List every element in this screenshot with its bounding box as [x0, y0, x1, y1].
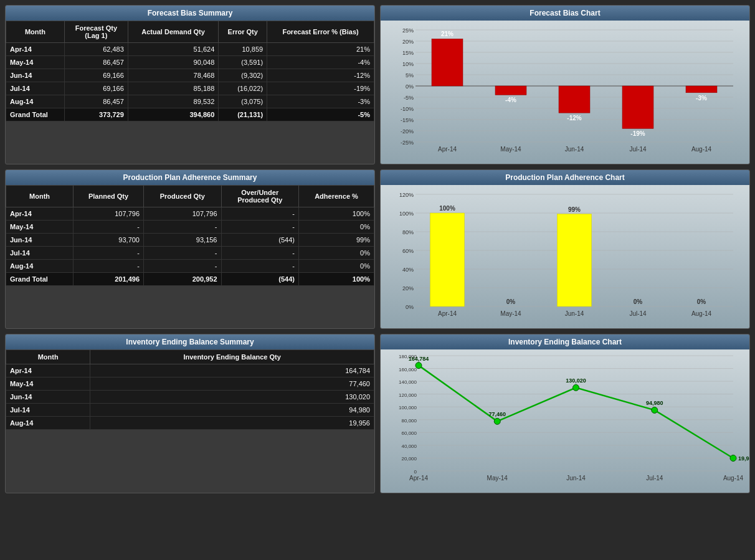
svg-rect-54: [430, 213, 465, 306]
table-cell: Apr-14: [6, 207, 74, 221]
table-cell: 100%: [299, 207, 374, 221]
forecast-table: Month Forecast Qty(Lag 1) Actual Demand …: [6, 21, 374, 121]
svg-point-89: [494, 418, 500, 424]
forecast-col-error: Error Qty: [219, 21, 267, 43]
svg-text:-20%: -20%: [401, 128, 414, 135]
table-cell: Jun-14: [6, 391, 90, 404]
svg-text:15%: 15%: [402, 50, 414, 56]
svg-text:120,000: 120,000: [399, 392, 417, 398]
svg-text:130,020: 130,020: [566, 377, 586, 384]
production-chart-panel: Production Plan Adherence Chart 0%20%40%…: [380, 169, 750, 329]
svg-text:Jun-14: Jun-14: [565, 146, 584, 153]
table-cell: -: [221, 221, 299, 234]
svg-text:100%: 100%: [399, 211, 414, 217]
table-cell: 130,020: [90, 391, 374, 404]
table-cell: Jun-14: [6, 234, 74, 247]
table-cell: 107,796: [144, 207, 222, 221]
svg-text:80%: 80%: [402, 229, 414, 235]
svg-text:40,000: 40,000: [402, 444, 417, 449]
svg-text:19,956: 19,956: [738, 455, 749, 462]
svg-text:Apr-14: Apr-14: [409, 475, 428, 482]
svg-text:21%: 21%: [441, 31, 453, 37]
svg-text:-4%: -4%: [505, 97, 516, 103]
svg-text:60%: 60%: [402, 248, 414, 254]
svg-text:Aug-14: Aug-14: [723, 475, 744, 482]
table-cell: (3,075): [219, 95, 267, 108]
table-cell: 0%: [299, 247, 374, 260]
grand-total-cell: (21,131): [219, 108, 267, 121]
svg-text:-25%: -25%: [401, 140, 414, 146]
table-cell: 62,483: [64, 43, 128, 56]
svg-text:80,000: 80,000: [402, 418, 417, 424]
table-cell: -3%: [267, 95, 374, 108]
table-cell: Jun-14: [6, 69, 65, 82]
grand-total-cell: 201,496: [74, 273, 144, 286]
inventory-chart-panel: Inventory Ending Balance Chart 020,00040…: [380, 334, 750, 493]
svg-text:10%: 10%: [402, 61, 414, 67]
svg-text:20%: 20%: [402, 285, 414, 292]
table-cell: 51,624: [128, 43, 218, 56]
svg-rect-28: [559, 86, 590, 113]
table-cell: -4%: [267, 56, 374, 69]
production-chart-title: Production Plan Adherence Chart: [381, 170, 749, 185]
svg-text:Aug-14: Aug-14: [691, 310, 712, 317]
forecast-col-qty: Forecast Qty(Lag 1): [64, 21, 128, 43]
svg-text:Apr-14: Apr-14: [438, 146, 457, 153]
svg-text:0%: 0%: [506, 298, 516, 305]
table-cell: May-14: [6, 377, 90, 391]
table-cell: -: [221, 247, 299, 260]
grand-total-cell: Grand Total: [6, 273, 74, 286]
svg-text:-15%: -15%: [401, 117, 414, 123]
svg-text:0%: 0%: [406, 83, 414, 90]
svg-point-87: [415, 363, 422, 369]
svg-text:-10%: -10%: [401, 106, 414, 112]
svg-rect-66: [384, 349, 746, 493]
svg-text:0%: 0%: [406, 304, 414, 310]
table-cell: 164,784: [90, 364, 374, 377]
svg-text:-19%: -19%: [630, 130, 645, 137]
table-cell: -: [221, 207, 299, 221]
prod-col-month: Month: [6, 186, 74, 207]
prod-col-overunder: Over/UnderProduced Qty: [221, 186, 299, 207]
table-cell: 19,956: [90, 417, 374, 430]
table-cell: (9,302): [219, 69, 267, 82]
grand-total-cell: Grand Total: [6, 108, 65, 121]
svg-text:May-14: May-14: [500, 146, 521, 153]
svg-text:20,000: 20,000: [402, 456, 417, 462]
table-cell: Jul-14: [6, 247, 74, 260]
svg-text:Jul-14: Jul-14: [629, 146, 647, 153]
table-cell: Aug-14: [6, 417, 90, 430]
inventory-summary-title: Inventory Ending Balance Summary: [6, 335, 374, 349]
svg-text:100,000: 100,000: [399, 405, 417, 411]
svg-text:5%: 5%: [406, 72, 414, 78]
table-cell: 93,156: [144, 234, 222, 247]
table-cell: -19%: [267, 82, 374, 95]
inventory-chart-title: Inventory Ending Balance Chart: [381, 335, 749, 349]
svg-text:Apr-14: Apr-14: [438, 310, 457, 317]
table-cell: Aug-14: [6, 260, 74, 273]
prod-col-produced: Produced Qty: [144, 186, 222, 207]
svg-point-91: [573, 384, 579, 391]
table-cell: -: [144, 221, 222, 234]
inventory-table: Month Inventory Ending Balance Qty Apr-1…: [6, 349, 374, 430]
table-cell: (16,022): [219, 82, 267, 95]
table-cell: 99%: [299, 234, 374, 247]
table-cell: 85,188: [128, 82, 218, 95]
table-cell: May-14: [6, 56, 65, 69]
prod-col-adherence: Adherence %: [299, 186, 374, 207]
table-cell: 107,796: [74, 207, 144, 221]
svg-text:0%: 0%: [634, 298, 643, 305]
svg-text:0%: 0%: [697, 298, 706, 305]
svg-text:20%: 20%: [402, 39, 414, 45]
svg-rect-57: [558, 214, 592, 307]
grand-total-cell: 200,952: [144, 273, 222, 286]
svg-text:-5%: -5%: [404, 95, 414, 101]
table-cell: Aug-14: [6, 95, 65, 108]
production-table: Month Planned Qty Produced Qty Over/Unde…: [6, 185, 374, 286]
forecast-chart-area: -25%-20%-15%-10%-5%0%5%10%15%20%25%21%-4…: [381, 21, 749, 164]
table-cell: 90,048: [128, 56, 218, 69]
table-cell: 21%: [267, 43, 374, 56]
table-cell: (3,591): [219, 56, 267, 69]
table-cell: May-14: [6, 221, 74, 234]
table-cell: 69,166: [64, 82, 128, 95]
